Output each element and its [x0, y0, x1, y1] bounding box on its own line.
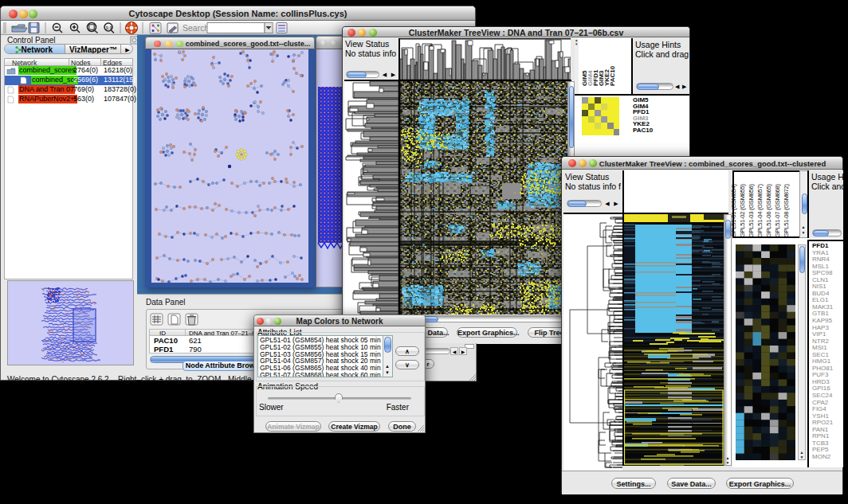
svg-text:1:1: 1:1	[106, 25, 112, 30]
